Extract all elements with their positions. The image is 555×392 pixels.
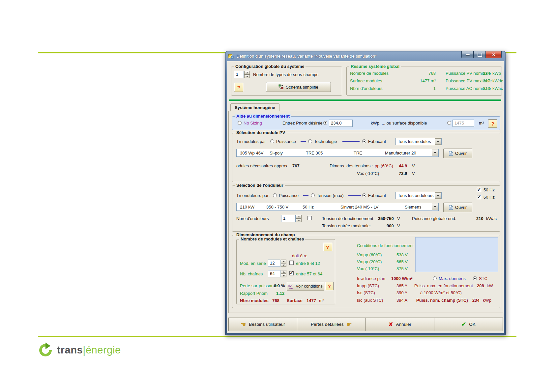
chevron-down-icon[interactable] <box>435 138 441 145</box>
freq-60hz-checkbox[interactable] <box>477 195 481 199</box>
summary-unit: kWp <box>492 71 501 76</box>
field-pnom-value: 234 <box>472 298 480 303</box>
chains-spinner[interactable] <box>281 270 286 277</box>
module-dim-unit: V <box>412 163 415 168</box>
operating-voltage-unit: V <box>397 216 400 221</box>
tab-systeme-homogene[interactable]: Système homogène <box>230 103 279 111</box>
freq-50hz-label: 50 Hz <box>483 187 495 192</box>
summary-value: 234 <box>475 71 490 76</box>
ok-button[interactable]: ✔ OK <box>434 318 503 331</box>
module-sort-label: Tri modules par <box>236 139 266 144</box>
module-combo[interactable]: 305 Wp 46V Si-poly TRE 305 TRE Manufactu… <box>236 149 439 157</box>
series-range-checkbox[interactable] <box>289 261 294 265</box>
inverter-col-model: Sinvert 240 MS - LV <box>340 205 378 210</box>
inverter-count-spinner[interactable] <box>296 215 302 222</box>
logo-icon <box>37 342 54 358</box>
inverter-filter-select[interactable]: Tous les onduleurs <box>395 192 442 199</box>
surface-total-value: 1477 <box>307 298 316 303</box>
schema-icon <box>278 84 284 90</box>
footer-button-bar: ☚ Besoins utilisateur Pertes détaillées … <box>228 318 503 331</box>
inverter-col-maker: Siemens <box>405 205 422 210</box>
module-sort-power-radio[interactable] <box>270 139 274 143</box>
summary-label: Nombre de modules <box>350 71 389 76</box>
summary-label: Surface modules <box>350 78 382 83</box>
vmpp60-label: Vmpp (60°C) <box>357 252 382 257</box>
module-approx-label: odules nécessaires approx. <box>236 163 288 168</box>
isc-note: à 1000 W/m² et 50°C) <box>420 290 462 295</box>
surface-radio[interactable] <box>447 121 451 125</box>
operating-voltage-value: 350-750 <box>378 216 394 221</box>
pertes-detaillees-button[interactable]: Pertes détaillées ☛ <box>297 318 366 331</box>
maximize-icon <box>478 53 482 57</box>
loss-value: 0.0 % <box>274 283 285 288</box>
module-filter-select[interactable]: Tous les modules <box>395 138 442 145</box>
module-dim-value: 44.8 <box>399 163 407 168</box>
module-sort-maker-radio[interactable] <box>362 139 366 143</box>
section-divider <box>229 99 501 101</box>
module-col-power: 305 Wp 46V <box>240 151 264 155</box>
besoins-utilisateur-button[interactable]: ☚ Besoins utilisateur <box>228 318 297 331</box>
inverter-sort-voltage-radio[interactable] <box>311 193 315 197</box>
inverter-checkbox[interactable] <box>307 216 312 220</box>
dialog-window: Définition d'un système réseau, Variante… <box>225 51 506 335</box>
minimize-button[interactable] <box>461 51 474 58</box>
inverter-col-freq: 50 Hz <box>303 205 314 210</box>
help-icon: ? <box>491 121 494 126</box>
global-power-label: Puissance globale ond. <box>412 216 456 221</box>
chains-groupbox: Nombre de modules et chaînes ? doit être… <box>236 239 335 304</box>
pnom-radio[interactable] <box>323 121 327 125</box>
voir-conditions-button[interactable]: Voir conditions <box>287 282 324 291</box>
conditions-title: Conditions de fonctionnement <box>357 243 414 248</box>
schema-simplifie-button[interactable]: Schéma simplifié <box>266 82 331 92</box>
summary-value: 1 <box>404 86 436 91</box>
subfield-count-input[interactable]: 1 <box>234 71 244 78</box>
stc-radio[interactable] <box>473 276 477 280</box>
chains-help-button[interactable]: ? <box>323 243 332 251</box>
module-filter-value: Tous les modules <box>398 139 431 144</box>
inverter-combo[interactable]: 210 kW 350 - 750 V 50 Hz Sinvert 240 MS … <box>236 203 439 211</box>
sort-dash <box>303 195 308 196</box>
surface-total-label: Surface <box>287 298 303 303</box>
maximize-button[interactable] <box>474 51 486 58</box>
vmpp20-label: Vmpp (20°C) <box>357 259 382 264</box>
chevron-down-icon[interactable] <box>435 192 441 199</box>
module-title: Sélection du module PV <box>235 130 286 135</box>
series-input[interactable]: 12 <box>268 260 280 267</box>
chevron-down-icon[interactable] <box>432 150 438 156</box>
chains-label: Nb. chaînes <box>240 271 263 276</box>
inverter-filter-value: Tous les onduleurs <box>398 193 433 198</box>
module-sort-tech-radio[interactable] <box>308 139 312 143</box>
summary-unit: kWdc <box>492 78 503 83</box>
series-spinner[interactable] <box>281 260 286 267</box>
max-voltage-value: 900 <box>387 223 394 228</box>
inverter-sort-power-radio[interactable] <box>273 193 277 197</box>
conditions-help-button[interactable]: ? <box>325 282 334 290</box>
pmax-label: Puiss. max. en fonctionnement <box>414 283 473 288</box>
freq-60hz-label: 60 Hz <box>483 195 495 200</box>
annuler-button[interactable]: ✘ Annuler <box>365 318 434 331</box>
subfield-count-spinner[interactable] <box>244 71 250 78</box>
chains-input[interactable]: 64 <box>268 270 280 277</box>
module-dim-cond: pp (60°C) <box>375 163 393 168</box>
config-help-button[interactable]: ? <box>234 83 243 92</box>
irradiance-value: 1000 W/m² <box>391 276 412 281</box>
config-title: Configuration globale du système <box>234 64 306 69</box>
chevron-down-icon[interactable] <box>432 204 438 210</box>
module-open-button[interactable]: Ouvrir <box>443 149 472 158</box>
chains-range-checkbox[interactable] <box>289 271 294 275</box>
close-button[interactable]: ✕ <box>486 51 502 58</box>
max-donnees-radio[interactable] <box>433 276 437 280</box>
schema-button-label: Schéma simplifié <box>286 85 318 90</box>
pnom-input[interactable]: 234.0 <box>329 120 353 127</box>
inverter-count-input[interactable]: 1 <box>281 215 296 222</box>
inverter-sort-maker-radio[interactable] <box>362 193 366 197</box>
inverter-title: Sélection de l'onduleur <box>235 183 285 188</box>
sort-dash <box>348 195 361 196</box>
surface-input[interactable]: 1475 <box>453 120 474 127</box>
no-sizing-radio[interactable] <box>238 121 242 125</box>
inverter-sort-power-label: Puissance <box>279 193 299 198</box>
inverter-open-button[interactable]: Ouvrir <box>443 203 472 212</box>
vmpp20-value: 665 V <box>396 259 408 264</box>
freq-50hz-checkbox[interactable] <box>477 188 481 192</box>
sizing-help-button[interactable]: ? <box>488 119 497 128</box>
